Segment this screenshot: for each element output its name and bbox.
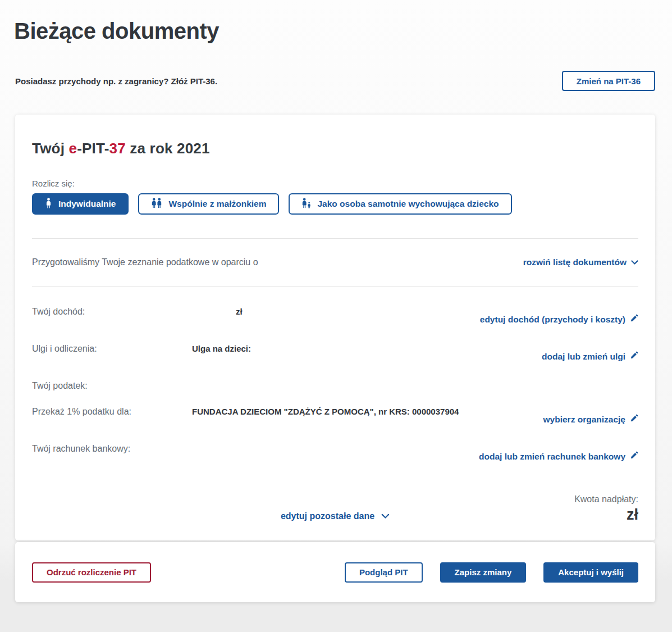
filing-option-individual[interactable]: Indywidualnie [32, 193, 129, 215]
filing-option-label: Indywidualnie [58, 199, 116, 209]
choose-organization-link[interactable]: wybierz organizację [543, 407, 638, 425]
edit-other-data-link[interactable]: edytuj pozostałe dane [281, 511, 390, 521]
pencil-icon [630, 414, 638, 425]
prepared-text: Przygotowaliśmy Twoje zeznanie podatkowe… [32, 257, 258, 267]
expand-documents-link[interactable]: rozwiń listę dokumentów [523, 257, 638, 267]
row-value: Ulga na dzieci: [192, 344, 542, 353]
epit-card: Twój e-PIT-37 za rok 2021 Rozlicz się: I… [15, 115, 655, 540]
pit36-prompt-text: Posiadasz przychody np. z zagranicy? Złó… [15, 76, 217, 86]
row-reliefs: Ulgi i odliczenia: Ulga na dzieci: dodaj… [32, 344, 638, 381]
row-income: Twój dochód: zł edytuj dochód (przychody… [32, 307, 638, 344]
pencil-icon [630, 351, 638, 362]
edit-reliefs-link[interactable]: dodaj lub zmień ulgi [542, 344, 638, 362]
filing-mode-label: Rozlicz się: [32, 179, 638, 188]
filing-mode-options: Indywidualnie Wspólnie z małżonkiem Jako… [32, 193, 638, 215]
edit-income-label: edytuj dochód (przychody i koszty) [480, 315, 625, 325]
expand-documents-label: rozwiń listę dokumentów [523, 257, 627, 267]
row-value: zł [192, 307, 480, 316]
current-documents-page: Bieżące dokumenty Posiadasz przychody np… [0, 19, 672, 602]
row-label: Twój dochód: [32, 307, 192, 317]
card-title-part: za rok 2021 [126, 140, 210, 157]
row-label: Ulgi i odliczenia: [32, 344, 192, 354]
edit-other-data-label: edytuj pozostałe dane [281, 511, 374, 521]
accept-and-send-button[interactable]: Akceptuj i wyślij [543, 562, 638, 583]
reject-pit-button[interactable]: Odrzuć rozliczenie PIT [32, 562, 151, 583]
filing-option-joint-with-spouse[interactable]: Wspólnie z małżonkiem [138, 193, 279, 215]
row-label: Twój podatek: [32, 381, 192, 391]
edit-income-link[interactable]: edytuj dochód (przychody i koszty) [480, 307, 638, 325]
action-footer: Odrzuć rozliczenie PIT Podgląd PIT Zapis… [15, 542, 655, 602]
row-label: Twój rachunek bankowy: [32, 444, 192, 454]
filing-option-label: Wspólnie z małżonkiem [168, 199, 266, 209]
card-title: Twój e-PIT-37 za rok 2021 [32, 115, 638, 157]
parent-child-icon [301, 198, 311, 211]
filing-option-single-parent[interactable]: Jako osoba samotnie wychowująca dziecko [289, 193, 511, 215]
card-title-part: -PIT- [77, 140, 109, 157]
pit36-prompt-row: Posiadasz przychody np. z zagranicy? Złó… [15, 71, 655, 91]
row-one-percent: Przekaż 1% podatku dla: FUNDACJA DZIECIO… [32, 407, 638, 444]
prepared-documents-band: Przygotowaliśmy Twoje zeznanie podatkowe… [32, 238, 638, 287]
change-to-pit36-button[interactable]: Zmień na PIT-36 [562, 71, 655, 91]
card-title-part: Twój [32, 140, 69, 157]
edit-bank-account-link[interactable]: dodaj lub zmień rachunek bankowy [479, 444, 638, 462]
summary-rows: Twój dochód: zł edytuj dochód (przychody… [32, 287, 638, 472]
overpayment-block: Kwota nadpłaty: zł edytuj pozostałe dane [32, 494, 638, 540]
edit-bank-account-label: dodaj lub zmień rachunek bankowy [479, 452, 625, 462]
save-changes-button[interactable]: Zapisz zmiany [440, 562, 527, 583]
pencil-icon [630, 451, 638, 462]
chevron-down-icon [631, 257, 638, 267]
row-value: FUNDACJA DZIECIOM "ZDĄŻYĆ Z POMOCĄ", nr … [192, 407, 543, 416]
card-title-accent: e [69, 140, 77, 157]
chevron-down-icon [381, 511, 390, 521]
couple-icon [151, 198, 162, 211]
pencil-icon [630, 314, 638, 325]
preview-pit-button[interactable]: Podgląd PIT [345, 562, 423, 583]
card-title-accent: 37 [109, 140, 126, 157]
person-icon [45, 198, 52, 211]
row-bank-account: Twój rachunek bankowy: dodaj lub zmień r… [32, 444, 638, 472]
footer-right-group: Podgląd PIT Zapisz zmiany Akceptuj i wyś… [345, 562, 638, 583]
overpayment-label: Kwota nadpłaty: [32, 494, 638, 504]
row-label: Przekaż 1% podatku dla: [32, 407, 192, 417]
edit-reliefs-label: dodaj lub zmień ulgi [542, 352, 625, 362]
row-tax: Twój podatek: [32, 381, 638, 407]
page-title: Bieżące dokumenty [14, 19, 655, 44]
choose-organization-label: wybierz organizację [543, 415, 625, 425]
filing-option-label: Jako osoba samotnie wychowująca dziecko [317, 199, 499, 209]
